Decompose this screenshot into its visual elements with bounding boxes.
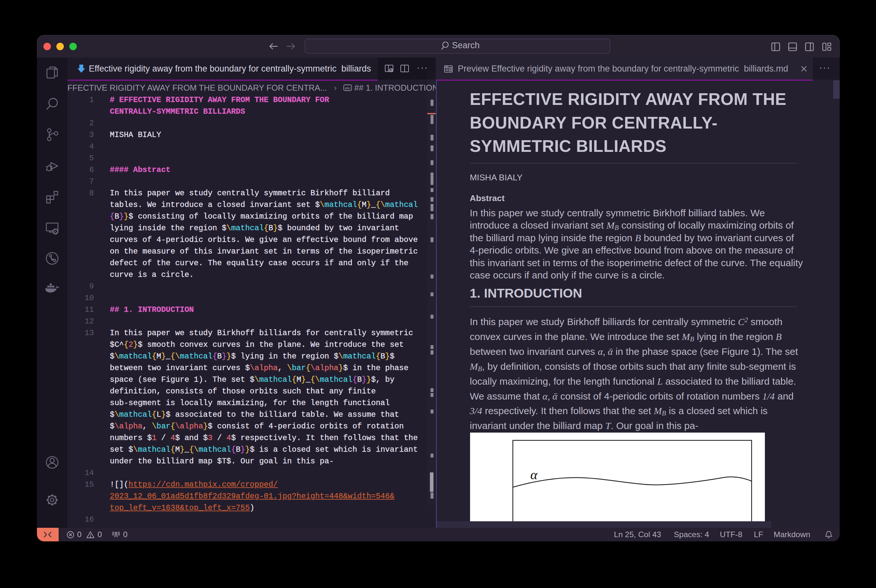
svg-text:α: α [530, 467, 538, 482]
svg-text:abc: abc [345, 86, 351, 90]
